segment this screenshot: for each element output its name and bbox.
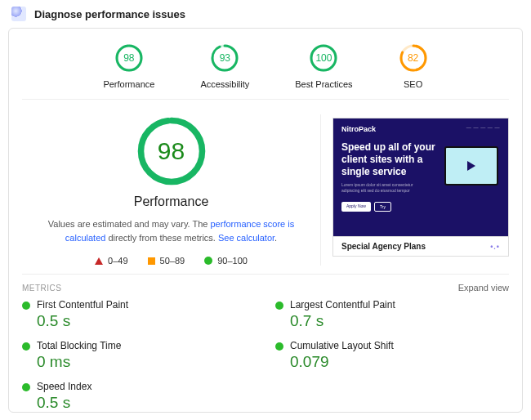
metric-value: 0.5 s xyxy=(37,394,91,412)
preview-caption: Special Agency Plans •.• xyxy=(332,237,509,257)
metric-name: Speed Index xyxy=(37,381,91,392)
legend-avg-label: 50–89 xyxy=(160,256,185,266)
gauge-ring: 93 xyxy=(210,43,239,73)
disclaimer-mid: directly from these metrics. xyxy=(105,233,218,243)
metric-largest-contentful-paint: Largest Contentful Paint0.7 s xyxy=(275,299,509,330)
gauge-seo[interactable]: 82SEO xyxy=(399,43,428,89)
expand-view-button[interactable]: Expand view xyxy=(458,283,509,293)
metrics-header: METRICS Expand view xyxy=(22,275,509,299)
status-dot-icon xyxy=(22,383,30,391)
see-calculator-link[interactable]: See calculator xyxy=(218,233,274,243)
gauge-label: Performance xyxy=(103,79,154,89)
preview-device xyxy=(444,146,498,185)
gauge-value: 100 xyxy=(309,43,338,73)
preview-nav: — — — — — xyxy=(466,125,500,130)
disclaimer-text: Values are estimated and may vary. The p… xyxy=(30,217,312,244)
gauge-ring: 82 xyxy=(399,43,428,73)
preview-caption-dots: •.• xyxy=(490,243,500,251)
metric-value: 0.079 xyxy=(290,353,394,371)
metric-value: 0 ms xyxy=(37,353,121,371)
gauge-label: Best Practices xyxy=(295,79,352,89)
gauge-best-practices[interactable]: 100Best Practices xyxy=(295,43,352,89)
performance-label: Performance xyxy=(30,194,312,209)
performance-column: 98 Performance Values are estimated and … xyxy=(22,114,321,266)
metric-total-blocking-time: Total Blocking Time0 ms xyxy=(22,340,256,371)
gauge-label: SEO xyxy=(399,79,428,89)
metric-name: Total Blocking Time xyxy=(37,340,121,351)
metrics-grid: First Contentful Paint0.5 sLargest Conte… xyxy=(22,299,509,412)
circle-icon xyxy=(204,257,212,265)
page-header: Diagnose performance issues xyxy=(8,5,523,28)
preview-column: NitroPack — — — — — Speed up all of your… xyxy=(321,114,509,266)
lighthouse-logo-icon xyxy=(11,7,26,21)
gauge-value: 93 xyxy=(210,43,239,73)
gauge-value: 82 xyxy=(399,43,428,73)
status-dot-icon xyxy=(22,342,30,351)
legend-fail-label: 0–49 xyxy=(108,256,127,266)
performance-score: 98 xyxy=(135,114,208,188)
gauge-value: 98 xyxy=(114,43,144,73)
disclaimer-pre: Values are estimated and may vary. The xyxy=(48,219,211,229)
status-dot-icon xyxy=(22,302,30,310)
mid-row: 98 Performance Values are estimated and … xyxy=(22,100,509,275)
preview-subtext: Lorem ipsum dolor sit amet consectetur a… xyxy=(341,182,423,193)
preview-cta-primary: Apply Now xyxy=(341,202,371,212)
gauge-ring: 98 xyxy=(114,43,144,73)
preview-buttons: Apply Now Try xyxy=(341,202,391,212)
triangle-icon xyxy=(95,257,103,265)
legend-pass-label: 90–100 xyxy=(217,256,248,266)
preview-headline: Speed up all of your client sites with a… xyxy=(341,141,440,178)
gauge-ring: 100 xyxy=(309,43,338,73)
gauge-label: Accessibility xyxy=(200,79,249,89)
metric-cumulative-layout-shift: Cumulative Layout Shift0.079 xyxy=(275,340,509,371)
legend-fail: 0–49 xyxy=(95,256,127,266)
preview-caption-text: Special Agency Plans xyxy=(341,242,426,251)
page-screenshot: NitroPack — — — — — Speed up all of your… xyxy=(332,118,509,237)
performance-gauge: 98 xyxy=(135,114,208,188)
metric-value: 0.7 s xyxy=(290,312,395,330)
score-legend: 0–49 50–89 90–100 xyxy=(30,256,312,266)
gauge-accessibility[interactable]: 93Accessibility xyxy=(200,43,249,89)
metric-value: 0.5 s xyxy=(37,312,128,330)
gauges-row: 98Performance93Accessibility100Best Prac… xyxy=(22,40,509,100)
play-icon xyxy=(467,161,475,171)
preview-cta-secondary: Try xyxy=(374,202,391,212)
square-icon xyxy=(148,257,155,265)
metric-name: First Contentful Paint xyxy=(37,299,128,311)
disclaimer-post: . xyxy=(274,233,277,243)
metric-first-contentful-paint: First Contentful Paint0.5 s xyxy=(22,299,256,330)
preview-brand: NitroPack xyxy=(341,125,376,133)
legend-pass: 90–100 xyxy=(204,256,248,266)
metric-speed-index: Speed Index0.5 s xyxy=(22,381,256,412)
status-dot-icon xyxy=(275,342,283,351)
metric-name: Largest Contentful Paint xyxy=(290,299,395,311)
status-dot-icon xyxy=(275,302,283,310)
report-card: 98Performance93Accessibility100Best Prac… xyxy=(8,28,523,413)
metrics-heading: METRICS xyxy=(22,284,62,293)
legend-avg: 50–89 xyxy=(148,256,185,266)
gauge-performance[interactable]: 98Performance xyxy=(103,43,154,89)
page-title: Diagnose performance issues xyxy=(34,8,185,20)
metric-name: Cumulative Layout Shift xyxy=(290,340,394,351)
